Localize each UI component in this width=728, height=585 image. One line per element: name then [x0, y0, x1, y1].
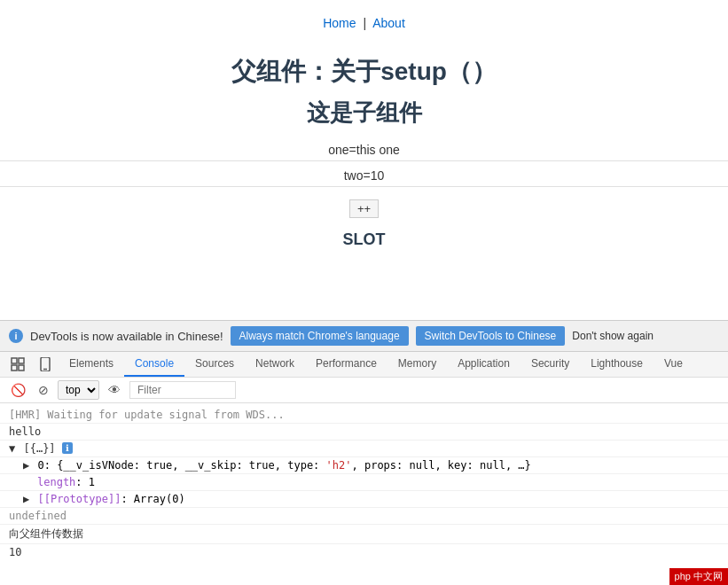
- devtools-tabs: Elements Console Sources Network Perform…: [0, 352, 728, 378]
- child-title: 这是子组件: [0, 98, 728, 129]
- svg-rect-0: [12, 358, 17, 363]
- nav-separator: |: [363, 16, 366, 30]
- console-line: ▶ 0: {__v_isVNode: true, __v_skip: true,…: [0, 457, 728, 474]
- eye-btn[interactable]: 👁: [105, 381, 124, 399]
- tab-console[interactable]: Console: [124, 352, 184, 377]
- nav-bar: Home | About: [0, 9, 728, 37]
- home-link[interactable]: Home: [323, 16, 356, 30]
- main-content: Home | About 父组件：关于setup（） 这是子组件 one=thi…: [0, 0, 728, 267]
- console-line: undefined: [0, 508, 728, 525]
- match-language-button[interactable]: Always match Chrome's language: [231, 326, 409, 346]
- context-select[interactable]: top: [58, 380, 99, 400]
- inspect-icon-btn[interactable]: [4, 352, 32, 377]
- switch-devtools-button[interactable]: Switch DevTools to Chinese: [416, 326, 566, 346]
- tree-arrow[interactable]: ▼: [9, 442, 15, 455]
- console-line: length: 1: [0, 474, 728, 491]
- tab-application[interactable]: Application: [447, 352, 521, 377]
- console-line: ▼ [{…}] ℹ: [0, 441, 728, 457]
- prop-one: one=this one: [0, 139, 728, 161]
- tab-performance[interactable]: Performance: [305, 352, 387, 377]
- clear-console-btn[interactable]: 🚫: [7, 381, 29, 399]
- svg-rect-2: [12, 365, 17, 370]
- stop-btn[interactable]: ⊘: [35, 381, 52, 399]
- console-info-badge: ℹ: [62, 442, 73, 454]
- prop-two: two=10: [0, 165, 728, 187]
- tab-vue[interactable]: Vue: [654, 352, 693, 377]
- info-icon: i: [9, 329, 23, 343]
- console-line: 10: [0, 544, 728, 560]
- increment-button[interactable]: ++: [349, 199, 379, 218]
- filter-input[interactable]: [129, 381, 236, 399]
- console-line: [HMR] Waiting for update signal from WDS…: [0, 407, 728, 424]
- slot-label: SLOT: [0, 230, 728, 249]
- tree-arrow[interactable]: ▶: [23, 493, 29, 505]
- tab-network[interactable]: Network: [245, 352, 305, 377]
- svg-rect-3: [19, 365, 24, 370]
- tab-elements[interactable]: Elements: [59, 352, 124, 377]
- dont-show-button[interactable]: Don't show again: [572, 330, 654, 342]
- about-link[interactable]: About: [372, 16, 405, 30]
- console-toolbar: 🚫 ⊘ top 👁: [0, 378, 728, 403]
- notification-text: DevTools is now available in Chinese!: [30, 330, 223, 343]
- tree-arrow[interactable]: ▶: [23, 459, 29, 472]
- tab-security[interactable]: Security: [521, 352, 580, 377]
- console-line: ▶ [[Prototype]]: Array(0): [0, 491, 728, 508]
- tab-memory[interactable]: Memory: [387, 352, 447, 377]
- console-line: 向父组件传数据: [0, 525, 728, 544]
- tab-lighthouse[interactable]: Lighthouse: [580, 352, 654, 377]
- parent-title: 父组件：关于setup（）: [0, 55, 728, 89]
- spacer: [0, 267, 728, 320]
- console-line: hello: [0, 424, 728, 441]
- devtools-notification: i DevTools is now available in Chinese! …: [0, 320, 728, 351]
- mobile-icon-btn[interactable]: [32, 352, 59, 377]
- devtools-panel: Elements Console Sources Network Perform…: [0, 351, 728, 564]
- svg-rect-1: [19, 358, 24, 363]
- console-output: [HMR] Waiting for update signal from WDS…: [0, 403, 728, 564]
- tab-sources[interactable]: Sources: [184, 352, 245, 377]
